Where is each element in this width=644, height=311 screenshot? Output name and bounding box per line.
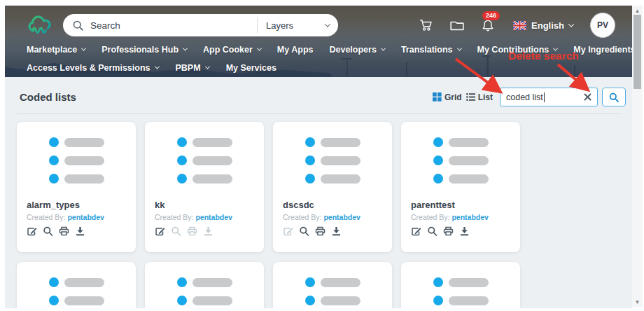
card-title: kk (155, 200, 254, 210)
nav-item-label: My Services (226, 63, 276, 73)
coded-list-card[interactable]: parenttest Created By: pentabdev (401, 122, 520, 252)
main-nav-row-1: Marketplace Professionals Hub App Cooker… (5, 41, 632, 59)
print-icon[interactable] (59, 226, 69, 236)
user-avatar[interactable]: PV (590, 13, 615, 38)
bell-icon (481, 19, 495, 32)
created-by-label: Created By: (411, 213, 449, 221)
download-icon[interactable] (331, 226, 342, 236)
chevron-down-icon (257, 46, 262, 50)
card-meta: Created By: pentabdev (283, 213, 382, 221)
nav-menu-item[interactable]: Access Levels & Permissions (27, 63, 159, 73)
hero-header: Search Layers (5, 6, 632, 77)
filter-search-value: coded list (506, 92, 543, 102)
print-icon[interactable] (443, 226, 454, 236)
shopping-cart-icon (419, 19, 433, 32)
chevron-down-icon (568, 21, 574, 27)
filter-search-input[interactable]: coded list (500, 88, 598, 106)
nav-menu-item[interactable]: Marketplace (27, 45, 85, 55)
nav-menu-item[interactable]: My Contributions (477, 45, 558, 55)
page-title: Coded lists (20, 91, 76, 103)
nav-item-label: Developers (329, 45, 376, 55)
author-link[interactable]: pentabdev (451, 213, 489, 221)
created-by-label: Created By: (155, 213, 193, 221)
magnifier-icon[interactable] (43, 226, 53, 236)
nav-item-label: My Contributions (477, 45, 550, 55)
placeholder-dot (433, 296, 443, 305)
download-icon[interactable] (75, 226, 85, 236)
placeholder-bar (321, 296, 360, 305)
placeholder-dot (305, 277, 315, 287)
placeholder-dot (49, 174, 59, 184)
magnifier-icon[interactable] (171, 226, 181, 236)
placeholder-bar (449, 174, 489, 184)
content-area: Coded lists Grid (5, 77, 632, 308)
edit-icon[interactable] (283, 226, 293, 236)
print-icon[interactable] (187, 226, 197, 236)
clear-search-icon[interactable] (584, 93, 592, 101)
coded-list-card[interactable] (17, 262, 136, 308)
list-icon (466, 92, 475, 102)
coded-list-card[interactable] (145, 262, 264, 308)
coded-list-card[interactable] (401, 262, 520, 308)
nav-menu-item[interactable]: Translations (401, 45, 461, 55)
nav-menu-item[interactable]: My Apps (277, 45, 314, 55)
nav-menu-item[interactable]: Professionals Hub (102, 45, 187, 55)
coded-list-card[interactable]: alarm_types Created By: pentabdev (17, 122, 136, 252)
placeholder-bar (192, 138, 232, 147)
nav-menu-item[interactable]: App Cooker (203, 45, 261, 55)
scroll-up-arrow[interactable]: ▲ (632, 6, 643, 15)
placeholder-dot (305, 174, 315, 184)
nav-menu-item[interactable]: My Services (226, 63, 276, 73)
edit-icon[interactable] (155, 226, 165, 236)
placeholder-dot (177, 156, 187, 165)
top-bar: Search Layers (5, 6, 632, 41)
scrollbar-thumb[interactable] (634, 15, 641, 89)
author-link[interactable]: pentabdev (323, 213, 360, 221)
coded-list-card[interactable]: dscsdc Created By: pentabdev (273, 122, 392, 252)
nav-item-label: My Apps (277, 45, 314, 55)
chevron-down-icon (154, 64, 159, 69)
grid-icon (433, 92, 442, 102)
chevron-down-icon[interactable] (325, 21, 330, 27)
search-icon (609, 92, 619, 102)
download-icon[interactable] (203, 226, 214, 236)
placeholder-dot (433, 137, 443, 147)
language-selector[interactable]: English (513, 20, 573, 31)
print-icon[interactable] (315, 226, 326, 236)
nav-menu-item[interactable]: Developers (329, 45, 384, 55)
search-submit-button[interactable] (602, 88, 626, 106)
nav-menu-item[interactable]: PBPM (176, 63, 209, 73)
list-view-toggle[interactable]: List (466, 92, 493, 102)
search-placeholder: Search (90, 20, 248, 31)
cart-button[interactable] (419, 19, 433, 32)
list-placeholder-graphic (411, 137, 510, 184)
magnifier-icon[interactable] (427, 226, 438, 236)
coded-list-card[interactable] (273, 262, 392, 308)
header-actions: 246 Engli (402, 13, 615, 38)
created-by-label: Created By: (283, 213, 321, 221)
notifications-button[interactable]: 246 (481, 19, 495, 32)
coded-list-card[interactable]: kk Created By: pentabdev (145, 122, 264, 252)
search-scope-selector[interactable]: Layers (266, 20, 293, 31)
download-icon[interactable] (459, 226, 470, 236)
author-link[interactable]: pentabdev (67, 213, 104, 221)
nav-menu-item[interactable]: My Ingredients (573, 45, 632, 55)
card-actions (27, 226, 126, 236)
magnifier-icon[interactable] (299, 226, 309, 236)
vertical-scrollbar[interactable]: ▲ ▼ (632, 6, 643, 307)
global-search-bar[interactable]: Search Layers (63, 14, 338, 36)
edit-icon[interactable] (411, 226, 421, 236)
placeholder-dot (49, 137, 59, 147)
chevron-down-icon (381, 46, 386, 50)
list-placeholder-graphic (27, 277, 126, 308)
edit-icon[interactable] (27, 226, 37, 236)
scroll-down-arrow[interactable]: ▼ (632, 297, 643, 307)
cloud-logo-icon (27, 15, 55, 36)
placeholder-bar (321, 138, 360, 147)
placeholder-dot (305, 296, 315, 305)
placeholder-bar (64, 278, 104, 287)
folder-button[interactable] (450, 19, 464, 32)
list-placeholder-graphic (283, 277, 382, 308)
author-link[interactable]: pentabdev (195, 213, 232, 221)
grid-view-toggle[interactable]: Grid (433, 92, 462, 102)
